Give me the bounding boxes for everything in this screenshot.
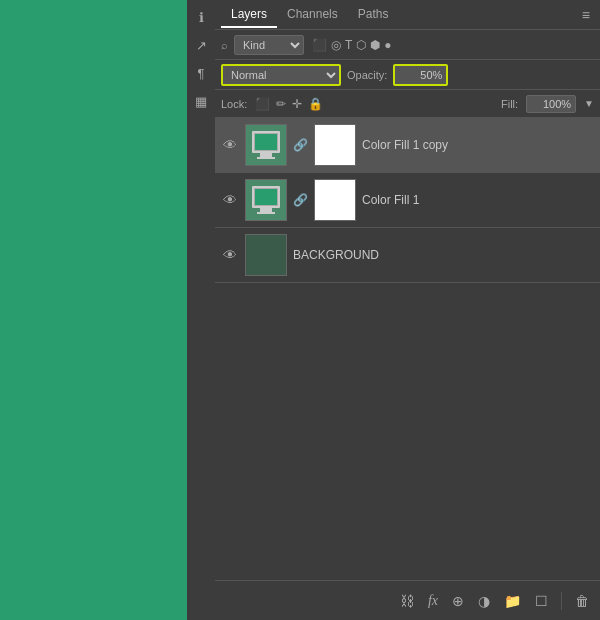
tab-channels[interactable]: Channels (277, 2, 348, 28)
layer-link-icon[interactable]: 🔗 (293, 138, 308, 152)
layer-visibility-icon[interactable]: 👁 (221, 137, 239, 153)
blend-row: Normal Dissolve Multiply Screen Overlay … (215, 60, 600, 90)
computer-thumb (246, 125, 286, 165)
lock-pixels-icon[interactable]: ⬛ (255, 97, 270, 111)
new-layer-icon[interactable]: ☐ (532, 591, 551, 611)
kind-select[interactable]: Kind Name Effect Mode Attribute Color Sm… (234, 35, 304, 55)
filter-image-icon[interactable]: ⬛ (312, 38, 327, 52)
canvas-area: ℹ ↗ ¶ ▦ (0, 0, 215, 620)
toolbar-separator (561, 592, 562, 610)
lock-icons: ⬛ ✏ ✛ 🔒 (255, 97, 323, 111)
fill-input[interactable] (526, 95, 576, 113)
opacity-label: Opacity: (347, 69, 387, 81)
adjustment-layer-icon[interactable]: ◑ (475, 591, 493, 611)
layer-thumbnail (245, 179, 287, 221)
filter-search-icon: ⌕ (221, 39, 228, 51)
bottom-toolbar: ⛓ fx ⊕ ◑ 📁 ☐ 🗑 (215, 580, 600, 620)
monitor-base (257, 157, 275, 159)
lock-transform-icon[interactable]: ✛ (292, 97, 302, 111)
monitor-base (257, 212, 275, 214)
filter-smart-icon[interactable]: ⬢ (370, 38, 380, 52)
color-fill-swatch (315, 125, 355, 165)
link-layers-icon[interactable]: ⛓ (397, 591, 417, 611)
layer-name: Color Fill 1 (362, 193, 594, 207)
panel-menu-icon[interactable]: ≡ (578, 7, 594, 23)
filter-toggle[interactable]: ● (384, 38, 391, 52)
filter-shape-icon[interactable]: ⬡ (356, 38, 366, 52)
lock-all-icon[interactable]: 🔒 (308, 97, 323, 111)
layer-thumbnail (245, 234, 287, 276)
tab-layers[interactable]: Layers (221, 2, 277, 28)
layer-visibility-icon[interactable]: 👁 (221, 192, 239, 208)
type-tool[interactable]: ¶ (190, 62, 212, 84)
layers-panel: Layers Channels Paths ≡ ⌕ Kind Name Effe… (215, 0, 600, 620)
layer-name: BACKGROUND (293, 248, 594, 262)
filter-icons: ⬛ ◎ T ⬡ ⬢ ● (312, 38, 392, 52)
filter-adjust-icon[interactable]: ◎ (331, 38, 341, 52)
layer-tool[interactable]: ▦ (190, 90, 212, 112)
info-tool[interactable]: ℹ (190, 6, 212, 28)
fx-icon[interactable]: fx (425, 591, 441, 611)
lock-row: Lock: ⬛ ✏ ✛ 🔒 Fill: ▼ (215, 90, 600, 118)
monitor-icon (252, 131, 280, 153)
tab-paths[interactable]: Paths (348, 2, 399, 28)
layer-color-thumb (314, 124, 356, 166)
layer-item[interactable]: 👁 🔗 Color Fill 1 (215, 173, 600, 228)
fill-dropdown-icon[interactable]: ▼ (584, 98, 594, 109)
delete-layer-icon[interactable]: 🗑 (572, 591, 592, 611)
layer-item[interactable]: 👁 🔗 Color Fill 1 copy (215, 118, 600, 173)
lock-label: Lock: (221, 98, 247, 110)
layer-thumbnail (245, 124, 287, 166)
add-mask-icon[interactable]: ⊕ (449, 591, 467, 611)
monitor-icon (252, 186, 280, 208)
toolbar: ℹ ↗ ¶ ▦ (187, 0, 215, 620)
lock-paint-icon[interactable]: ✏ (276, 97, 286, 111)
layers-list: 👁 🔗 Color Fill 1 copy (215, 118, 600, 580)
new-group-icon[interactable]: 📁 (501, 591, 524, 611)
color-fill-swatch (315, 180, 355, 220)
panel-tabs: Layers Channels Paths ≡ (215, 0, 600, 30)
layer-visibility-icon[interactable]: 👁 (221, 247, 239, 263)
layer-item[interactable]: 👁 BACKGROUND (215, 228, 600, 283)
layer-color-thumb (314, 179, 356, 221)
filter-row: ⌕ Kind Name Effect Mode Attribute Color … (215, 30, 600, 60)
layer-link-icon[interactable]: 🔗 (293, 193, 308, 207)
background-swatch (246, 235, 286, 275)
blend-mode-select[interactable]: Normal Dissolve Multiply Screen Overlay (221, 64, 341, 86)
fill-label: Fill: (501, 98, 518, 110)
computer-thumb (246, 180, 286, 220)
layer-name: Color Fill 1 copy (362, 138, 594, 152)
opacity-input[interactable] (393, 64, 448, 86)
select-tool[interactable]: ↗ (190, 34, 212, 56)
filter-type-icon[interactable]: T (345, 38, 352, 52)
